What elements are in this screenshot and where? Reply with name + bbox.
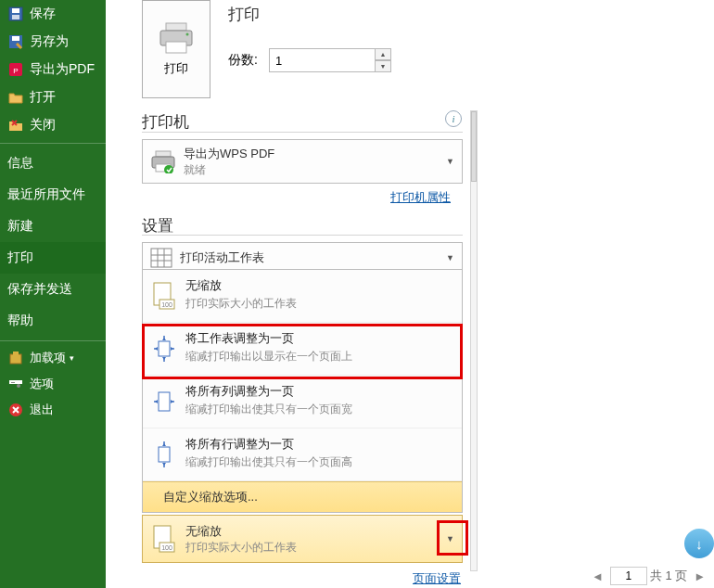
scale-option-fit-rows[interactable]: 将所有行调整为一页 缩减打印输出使其只有一个页面高 [143,428,462,481]
scale-custom-option[interactable]: 自定义缩放选项... [143,481,462,512]
section-title-printer: 打印机 [142,111,189,133]
scale-dropdown: 100 无缩放 打印实际大小的工作表 将工作表调整为一页 缩减打印输出以显示在一… [142,269,463,513]
divider-2 [142,235,463,236]
svg-rect-13 [166,23,186,31]
content-area: 打印 打印 份数: ▲▼ 打印机 i 导出为WPS PDF 就绪 ▼ 打印机属性… [106,0,714,588]
svg-rect-7 [10,354,21,364]
current-scale-select[interactable]: 100 无缩放 打印实际大小的工作表 ▼ [142,515,463,563]
fit-rows-desc: 缩减打印输出使其只有一个页面高 [185,454,352,470]
close-icon [7,117,24,134]
menu-addins[interactable]: 加载项▾ [0,345,106,371]
noscale-icon: 100 [150,277,178,314]
menu-save-as-label: 另存为 [30,33,69,50]
noscale-icon: 100 [150,520,178,557]
printer-properties-link[interactable]: 打印机属性 [390,189,451,206]
fit-sheet-icon [150,330,178,367]
svg-rect-4 [12,36,19,41]
menu-save[interactable]: 保存 [0,0,106,28]
addin-icon [7,350,24,366]
fit-sheet-title: 将工作表调整为一页 [185,330,352,347]
svg-rect-15 [166,42,186,53]
vertical-scrollbar[interactable] [470,110,478,571]
divider [142,132,463,133]
section-title-print: 打印 [228,4,260,25]
scale-option-fit-cols[interactable]: 将所有列调整为一页 缩减打印输出使其只有一个页面宽 [143,376,462,428]
page-setup-link[interactable]: 页面设置 [413,570,461,587]
chevron-down-icon: ▼ [446,253,454,262]
fit-rows-title: 将所有行调整为一页 [185,436,352,453]
printer-status: 就绪 [184,162,274,178]
svg-rect-17 [156,151,171,157]
page-next-button[interactable]: ► [690,569,709,583]
open-icon [7,89,24,106]
print-button[interactable]: 打印 [142,0,210,98]
svg-rect-21 [151,249,172,267]
svg-rect-31 [159,447,170,462]
save-icon [7,6,24,22]
svg-rect-8 [13,352,19,355]
menu-divider-2 [0,340,106,341]
menu-share[interactable]: 保存并发送 [0,274,106,305]
fit-cols-title: 将所有列调整为一页 [185,383,352,400]
noscale-title: 无缩放 [185,277,297,294]
menu-open-label: 打开 [30,89,56,106]
menu-save-label: 保存 [30,6,56,22]
noscale-desc: 打印实际大小的工作表 [185,296,297,312]
scale-option-noscale[interactable]: 100 无缩放 打印实际大小的工作表 [143,270,462,323]
svg-rect-1 [12,8,19,13]
save-as-icon [7,33,24,50]
current-scale-title: 无缩放 [185,523,297,540]
pdf-icon: P [7,61,24,78]
sidebar: 保存 另存为 P 导出为PDF 打开 关闭 信息 最近所用文件 新建 打印 保存… [0,0,106,588]
page-total: 共 1 页 [650,568,687,584]
chevron-down-icon: ▼ [446,534,454,543]
svg-rect-29 [159,341,170,356]
fit-rows-icon [150,436,178,473]
page-prev-button[interactable]: ◄ [588,569,607,583]
chevron-down-icon: ▼ [446,157,454,166]
section-title-settings: 设置 [142,215,173,236]
copies-label: 份数: [228,52,258,69]
svg-text:100: 100 [161,544,172,551]
menu-export-pdf[interactable]: P 导出为PDF [0,56,106,83]
menu-export-pdf-label: 导出为PDF [30,61,95,78]
menu-options[interactable]: 选项 [0,371,106,397]
options-icon [7,376,24,392]
menu-new[interactable]: 新建 [0,211,106,242]
current-scale-desc: 打印实际大小的工作表 [185,540,297,556]
scrollbar-thumb[interactable] [471,111,477,182]
menu-exit[interactable]: 退出 [0,397,106,423]
svg-rect-2 [12,15,19,19]
menu-options-label: 选项 [30,376,54,392]
menu-addins-label: 加载项 [30,350,66,366]
scale-option-fit-sheet[interactable]: 将工作表调整为一页 缩减打印输出以显示在一个页面上 [143,323,462,376]
menu-help[interactable]: 帮助 [0,305,106,337]
svg-rect-10 [11,382,15,383]
svg-text:100: 100 [161,301,172,308]
spinner-up-icon[interactable]: ▲ [375,48,391,60]
menu-close-label: 关闭 [30,117,56,134]
download-icon: ↓ [684,529,714,558]
copies-spinner[interactable]: ▲▼ [375,48,391,72]
svg-point-16 [186,33,189,36]
page-number-input[interactable] [610,567,647,585]
svg-point-11 [17,384,20,388]
info-icon[interactable]: i [445,110,462,127]
printer-device-icon [150,149,176,173]
printer-select[interactable]: 导出为WPS PDF 就绪 ▼ [142,139,463,184]
menu-print[interactable]: 打印 [0,242,106,274]
menu-save-as[interactable]: 另存为 [0,28,106,56]
menu-info[interactable]: 信息 [0,147,106,179]
menu-recent[interactable]: 最近所用文件 [0,179,106,211]
spinner-down-icon[interactable]: ▼ [375,60,391,72]
print-area-label: 打印活动工作表 [180,249,264,266]
menu-close[interactable]: 关闭 [0,111,106,139]
page-navigator: ◄ 共 1 页 ► [588,567,709,585]
svg-rect-30 [159,392,170,411]
fit-cols-desc: 缩减打印输出使其只有一个页面宽 [185,402,352,417]
menu-exit-label: 退出 [30,402,54,418]
menu-open[interactable]: 打开 [0,83,106,111]
exit-icon [7,402,24,418]
menu-divider [0,143,106,144]
copies-input[interactable] [269,48,376,72]
